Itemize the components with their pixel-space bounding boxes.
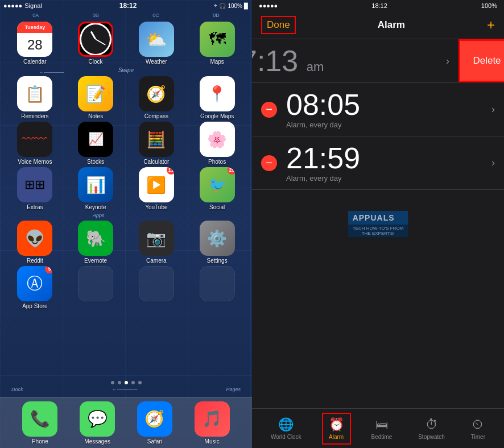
app-reminders[interactable]: 📋 Reminders <box>9 76 60 119</box>
youtube-icon: ▶️ <box>146 176 166 194</box>
dock-phone[interactable]: 📞 Phone <box>14 401 65 445</box>
tab-stopwatch[interactable]: ⏱ Stopwatch <box>412 414 451 443</box>
bedtime-label: Bedtime <box>371 434 393 440</box>
bedtime-icon: 🛏 <box>375 417 388 432</box>
alarm-title: Alarm <box>378 19 405 31</box>
app-photos[interactable]: 🌸 Photos <box>192 122 243 165</box>
done-button[interactable]: Done <box>261 16 296 34</box>
phone-icon: 📞 <box>30 409 50 428</box>
app-settings[interactable]: ⚙️ Settings <box>192 221 243 264</box>
col-0d: 0D <box>213 13 220 18</box>
app-keynote-label: Keynote <box>85 204 106 210</box>
app-empty-1 <box>70 266 121 309</box>
bottom-area: Dock ←———— Pages <box>0 381 252 392</box>
dock-messages[interactable]: 💬 Messages <box>72 401 123 445</box>
home-screen: ●●●●● Signal 18:12 ⌖ 🎧 100% ▉ 0A 0B 0C 0… <box>0 0 252 448</box>
app-settings-label: Settings <box>207 258 228 264</box>
app-youtube[interactable]: ▶️ 11 YouTube <box>131 167 182 210</box>
app-reddit[interactable]: 👽 Reddit <box>9 221 60 264</box>
app-camera[interactable]: 📷 Camera <box>131 221 182 264</box>
app-empty-3 <box>192 266 243 309</box>
app-stocks[interactable]: 📈 Stocks <box>70 122 121 165</box>
alarm-chevron-713[interactable]: › <box>446 55 458 67</box>
app-row-03: 〰〰 Voice Memos 📈 Stocks 🧮 Calculator 🌸 <box>5 122 247 165</box>
app-row-05: 👽 Reddit 🐘 Evernote 📷 Camera ⚙️ <box>5 221 247 264</box>
location-icon: ⌖ <box>214 2 217 9</box>
dock-phone-label: Phone <box>32 438 48 445</box>
status-time: 18:12 <box>119 2 137 10</box>
app-appstore[interactable]: Ⓐ 5 App Store <box>9 266 60 309</box>
app-calendar[interactable]: Tuesday 28 Calendar <box>9 22 60 65</box>
gmaps-icon: 📍 <box>207 85 227 103</box>
dock-safari[interactable]: 🧭 Safari <box>129 401 180 445</box>
apps-annotation-row: Apps <box>5 213 247 221</box>
tab-alarm[interactable]: ⏰ Alarm <box>322 413 351 445</box>
app-evernote[interactable]: 🐘 Evernote <box>70 221 121 264</box>
appstore-badge: 5 <box>45 266 52 273</box>
appstore-icon: Ⓐ <box>27 273 43 294</box>
app-googlemaps[interactable]: 📍 Google Maps <box>192 76 243 119</box>
alarm-chevron-2159[interactable]: › <box>491 157 504 169</box>
app-keynote[interactable]: 📊 Keynote <box>70 167 121 210</box>
alarm-list: − 7:13 am › Delete − 08:05 Alarm, every … <box>252 39 504 408</box>
app-calendar-label: Calendar <box>23 59 47 65</box>
app-social[interactable]: 🐦 25 Social <box>192 167 243 210</box>
clock-tab-bar: 🌐 World Clock ⏰ Alarm 🛏 Bedtime ⏱ Stopwa… <box>252 408 504 448</box>
app-photos-label: Photos <box>208 159 226 165</box>
col-0a: 0A <box>32 13 39 18</box>
dock-bar: 📞 Phone 💬 Messages 🧭 Safari 🎵 Music <box>0 397 252 448</box>
dock-safari-label: Safari <box>147 438 162 445</box>
page-indicator <box>0 381 252 384</box>
tab-timer[interactable]: ⏲ Timer <box>465 414 491 443</box>
clock-time: 18:12 <box>371 2 387 9</box>
app-maps[interactable]: 🗺 Maps <box>192 22 243 65</box>
clock-navbar: Done Alarm + <box>252 11 504 39</box>
evernote-icon: 🐘 <box>86 229 106 248</box>
camera-icon: 📷 <box>146 229 166 248</box>
alarm-minus-0805[interactable]: − <box>261 102 277 118</box>
alarm-content-2159: 21:59 Alarm, every day <box>277 136 491 189</box>
app-voicememos[interactable]: 〰〰 Voice Memos <box>9 122 60 165</box>
app-clock[interactable]: Clock <box>70 22 121 65</box>
alarm-subtitle-0805: Alarm, every day <box>286 121 482 129</box>
clock-status-bar: ●●●●● 18:12 100% <box>252 0 504 11</box>
page-dot-1 <box>111 381 114 384</box>
app-extras-label: Extras <box>27 204 43 210</box>
tab-bedtime[interactable]: 🛏 Bedtime <box>366 414 398 443</box>
signal-bars: ●●●●● <box>3 2 22 9</box>
app-stocks-label: Stocks <box>87 159 104 165</box>
battery-percent: 100% <box>228 3 242 9</box>
battery-icon: ▉ <box>244 3 249 9</box>
stopwatch-icon: ⏱ <box>425 417 438 432</box>
add-alarm-button[interactable]: + <box>487 17 495 33</box>
extras-icon: ⊞⊞ <box>24 177 45 192</box>
app-extras[interactable]: ⊞⊞ Extras <box>9 167 60 210</box>
settings-icon: ⚙️ <box>207 229 227 248</box>
alarm-minus-2159[interactable]: − <box>261 155 277 171</box>
app-calculator[interactable]: 🧮 Calculator <box>131 122 182 165</box>
col-0c: 0C <box>152 13 159 18</box>
alarm-tab-icon: ⏰ <box>329 417 344 432</box>
compass-icon: 🧭 <box>146 85 166 103</box>
voicememos-icon: 〰〰 <box>22 132 47 147</box>
app-clock-label: Clock <box>89 59 103 65</box>
app-weather-label: Weather <box>146 59 167 65</box>
page-dot-2 <box>118 381 121 384</box>
alarm-chevron-0805[interactable]: › <box>491 103 504 115</box>
social-icon: 🐦 <box>208 176 226 194</box>
alarm-tab-label: Alarm <box>329 434 344 440</box>
delete-button[interactable]: Delete <box>458 39 504 82</box>
app-compass[interactable]: 🧭 Compass <box>131 76 182 119</box>
clock-battery: 100% <box>481 2 497 9</box>
app-weather[interactable]: ⛅ Weather <box>131 22 182 65</box>
app-row-04: ⊞⊞ Extras 📊 Keynote ▶️ 11 YouTube 🐦 <box>5 167 247 210</box>
app-notes[interactable]: 📝 Notes <box>70 76 121 119</box>
status-battery: ⌖ 🎧 100% ▉ <box>214 2 249 9</box>
alarm-time-2159: 21:59 <box>286 143 482 173</box>
youtube-badge: 11 <box>167 167 174 175</box>
dock-music[interactable]: 🎵 Music <box>187 401 238 445</box>
dock-label: Dock <box>11 387 23 392</box>
clock-signal: ●●●●● <box>259 2 278 9</box>
tab-worldclock[interactable]: 🌐 World Clock <box>265 414 307 443</box>
page-dot-3 <box>125 381 128 384</box>
